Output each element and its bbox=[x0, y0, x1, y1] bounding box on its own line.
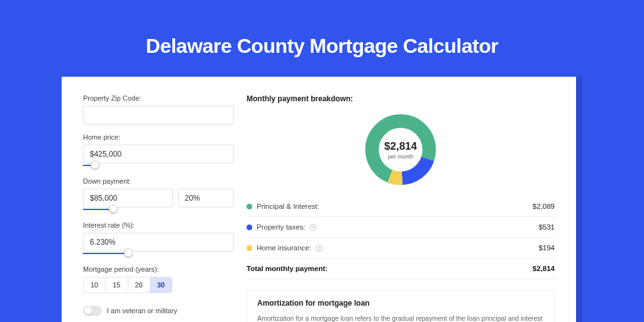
total-label: Total monthly payment: bbox=[247, 265, 328, 272]
zip-input[interactable] bbox=[83, 106, 234, 125]
form-column: Property Zip Code: Home price: Down paym… bbox=[83, 94, 234, 322]
dot-icon bbox=[247, 225, 252, 230]
home-price-label: Home price: bbox=[83, 133, 234, 141]
breakdown-row-taxes: Property taxes: ? $531 bbox=[247, 217, 555, 238]
amortization-box: Amortization for mortgage loan Amortizat… bbox=[247, 289, 555, 322]
down-payment-amount-input[interactable] bbox=[83, 189, 173, 208]
interest-rate-input[interactable] bbox=[83, 233, 234, 252]
breakdown-row-principal: Principal & Interest: $2,089 bbox=[247, 196, 555, 217]
down-payment-label: Down payment: bbox=[83, 177, 234, 185]
veteran-label: I am veteran or military bbox=[107, 307, 177, 314]
zip-label: Property Zip Code: bbox=[83, 94, 234, 102]
card-shadow: Property Zip Code: Home price: Down paym… bbox=[62, 77, 582, 322]
veteran-toggle[interactable] bbox=[83, 306, 102, 316]
result-column: Monthly payment breakdown: $2,814 per mo… bbox=[247, 94, 555, 322]
donut-sublabel: per month bbox=[388, 153, 414, 160]
total-value: $2,814 bbox=[533, 265, 555, 272]
breakdown-value: $194 bbox=[538, 244, 555, 252]
dot-icon bbox=[247, 245, 252, 251]
period-option-20[interactable]: 20 bbox=[128, 277, 150, 292]
breakdown-value: $531 bbox=[538, 223, 555, 231]
donut-chart-wrap: $2,814 per month bbox=[247, 103, 555, 196]
period-option-30[interactable]: 30 bbox=[150, 277, 172, 292]
breakdown-value: $2,089 bbox=[533, 203, 555, 210]
down-payment-pct-input[interactable] bbox=[178, 189, 234, 208]
mortgage-period-group: 10 15 20 30 bbox=[83, 277, 172, 293]
amortization-heading: Amortization for mortgage loan bbox=[257, 299, 544, 308]
period-option-15[interactable]: 15 bbox=[106, 277, 128, 292]
home-price-input[interactable] bbox=[83, 145, 234, 164]
home-price-slider[interactable] bbox=[83, 162, 234, 169]
page-title: Delaware County Mortgage Calculator bbox=[0, 0, 644, 77]
interest-rate-slider[interactable] bbox=[83, 250, 234, 257]
donut-chart: $2,814 per month bbox=[363, 112, 438, 187]
breakdown-row-insurance: Home insurance: ? $194 bbox=[247, 238, 555, 258]
breakdown-heading: Monthly payment breakdown: bbox=[247, 94, 555, 103]
dot-icon bbox=[247, 204, 252, 209]
calculator-card: Property Zip Code: Home price: Down paym… bbox=[62, 77, 576, 322]
mortgage-period-label: Mortgage period (years): bbox=[83, 265, 234, 273]
donut-amount: $2,814 bbox=[384, 140, 417, 153]
interest-rate-label: Interest rate (%): bbox=[83, 221, 234, 229]
info-icon[interactable]: ? bbox=[316, 245, 323, 252]
breakdown-label: Home insurance: bbox=[257, 244, 311, 252]
down-payment-slider[interactable] bbox=[83, 206, 234, 213]
period-option-10[interactable]: 10 bbox=[84, 277, 106, 292]
amortization-text: Amortization for a mortgage loan refers … bbox=[257, 314, 544, 322]
breakdown-label: Principal & Interest: bbox=[257, 203, 319, 210]
info-icon[interactable]: ? bbox=[309, 224, 316, 231]
breakdown-label: Property taxes: bbox=[257, 223, 305, 231]
breakdown-row-total: Total monthly payment: $2,814 bbox=[247, 258, 555, 279]
